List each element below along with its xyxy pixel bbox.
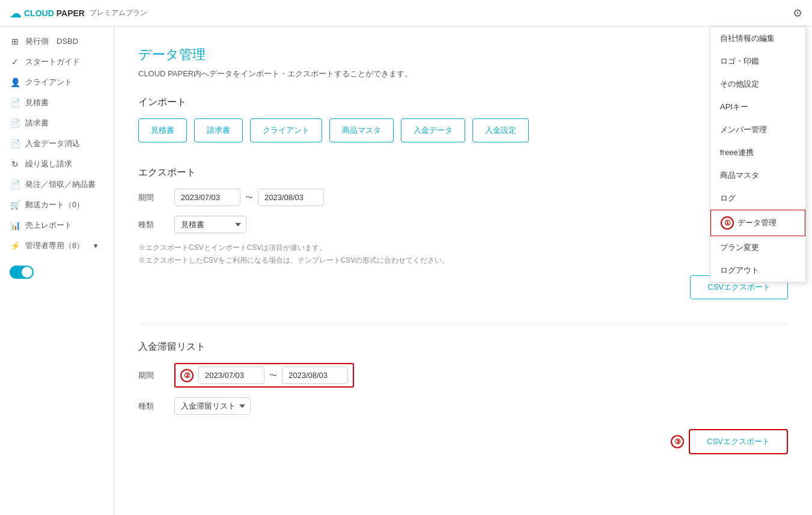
import-payment-data-button[interactable]: 入金データ <box>401 118 465 142</box>
import-payment-setting-button[interactable]: 入金設定 <box>472 118 529 142</box>
sidebar-item-start-guide[interactable]: ✓ スタートガイド <box>0 52 114 72</box>
pending-export-inner: ③ CSVエクスポート <box>671 429 788 454</box>
pending-type-row: 種類 入金滞留リスト <box>138 397 788 415</box>
sidebar-label-mail-cart: 郵送カート（0） <box>25 200 84 210</box>
section-divider <box>138 323 788 324</box>
doc-icon-delivery: 📄 <box>10 180 20 189</box>
export-date-to-input[interactable] <box>258 189 324 206</box>
sidebar-label-payment-clear: 入金データ消込 <box>25 138 80 149</box>
sidebar-item-estimate[interactable]: 📄 見積書 <box>0 93 114 113</box>
sidebar-label-delivery: 発注／領収／納品書 <box>25 179 96 190</box>
dropdown-item-data-mgmt[interactable]: ① データ管理 <box>710 210 805 236</box>
import-buttons-group: 見積書 請求書 クライアント 商品マスタ 入金データ 入金設定 <box>138 118 788 142</box>
export-csv-row: CSVエクスポート <box>138 275 788 299</box>
dropdown-item-company-edit[interactable]: 自社情報の編集 <box>710 27 805 50</box>
import-estimate-button[interactable]: 見積書 <box>138 118 187 142</box>
chart-icon: 📊 <box>10 221 20 230</box>
pending-period-row: 期間 ② 〜 <box>138 363 788 388</box>
doc-icon-invoice: 📄 <box>10 118 20 128</box>
data-mgmt-with-circle: ① データ管理 <box>721 216 777 230</box>
export-section: 期間 〜 種類 見積書 請求書 クライアント 商品マスタ 入金データ ※エク <box>138 189 788 299</box>
pending-csv-button[interactable]: CSVエクスポート <box>689 429 788 454</box>
pending-export-row: ③ CSVエクスポート <box>138 429 788 454</box>
page-description: CLOUD PAPER内へデータをインポート・エクスポートすることができます。 <box>138 69 788 79</box>
layout: ⊞ 発行側 DSBD ✓ スタートガイド 👤 クライアント 📄 見積書 📄 請求… <box>0 26 812 515</box>
dropdown-item-freee-link[interactable]: freee連携 <box>710 141 805 164</box>
settings-dropdown: 自社情報の編集 ロゴ・印鑑 その他設定 APIキー メンバー管理 freee連携… <box>710 26 806 282</box>
export-note-1: ※エクスポートCSVとインポートCSVは項目が違います。 <box>138 243 788 253</box>
export-notes: ※エクスポートCSVとインポートCSVは項目が違います。 ※エクスポートしたCS… <box>138 243 788 266</box>
dropdown-item-logout[interactable]: ログアウト <box>710 259 805 282</box>
doc-icon-payment-clear: 📄 <box>10 139 20 148</box>
page-title: データ管理 <box>138 46 788 64</box>
sidebar-item-sales-report[interactable]: 📊 売上レポート <box>0 215 114 236</box>
import-product-button[interactable]: 商品マスタ <box>329 118 394 142</box>
sidebar-label-client: クライアント <box>25 77 72 88</box>
check-icon: ✓ <box>10 57 20 67</box>
sidebar-item-payment-clear[interactable]: 📄 入金データ消込 <box>0 133 114 154</box>
chevron-down-icon: ▼ <box>90 242 101 249</box>
export-section-title: エクスポート <box>138 166 788 179</box>
toggle-switch[interactable] <box>10 266 34 279</box>
dropdown-item-logo-stamp[interactable]: ロゴ・印鑑 <box>710 50 805 73</box>
export-type-label: 種類 <box>138 219 174 230</box>
bolt-icon: ⚡ <box>10 241 20 251</box>
export-date-from-input[interactable] <box>174 189 240 206</box>
sidebar-item-recurring[interactable]: ↻ 繰り返し請求 <box>0 154 114 174</box>
sidebar-item-admin[interactable]: ⚡ 管理者専用（8） ▼ <box>0 236 114 256</box>
sidebar: ⊞ 発行側 DSBD ✓ スタートガイド 👤 クライアント 📄 見積書 📄 請求… <box>0 26 114 515</box>
sidebar-label-invoice: 請求書 <box>25 118 49 129</box>
cart-icon: 🛒 <box>10 200 20 210</box>
plan-badge: プレミアムプラン <box>90 8 147 18</box>
dropdown-item-plan-change[interactable]: プラン変更 <box>710 236 805 259</box>
sidebar-label-start-guide: スタートガイド <box>25 56 80 67</box>
dropdown-item-other-settings[interactable]: その他設定 <box>710 73 805 96</box>
pending-type-select[interactable]: 入金滞留リスト <box>174 397 251 415</box>
sidebar-toggle-area <box>0 261 114 284</box>
data-mgmt-label: データ管理 <box>737 218 777 228</box>
settings-gear-button[interactable]: ⚙ <box>793 7 802 20</box>
export-type-row: 種類 見積書 請求書 クライアント 商品マスタ 入金データ <box>138 216 788 233</box>
export-note-2: ※エクスポートしたCSVをご利用になる場合は、テンプレートCSVの形式に合わせて… <box>138 255 788 266</box>
circle-2-icon: ② <box>180 369 194 382</box>
dropdown-item-member-mgmt[interactable]: メンバー管理 <box>710 118 805 141</box>
pending-period-highlight: ② 〜 <box>174 363 354 388</box>
sidebar-label-recurring: 繰り返し請求 <box>25 159 72 169</box>
import-invoice-button[interactable]: 請求書 <box>194 118 243 142</box>
main-content: データ管理 CLOUD PAPER内へデータをインポート・エクスポートすることが… <box>114 26 812 515</box>
dropdown-item-product-master[interactable]: 商品マスタ <box>710 164 805 187</box>
cloud-icon: ☁ <box>10 6 22 20</box>
logo: ☁ CLOUD PAPER <box>10 6 85 20</box>
circle-3-icon: ③ <box>671 435 684 448</box>
pending-date-from-input[interactable] <box>198 367 264 384</box>
sidebar-label-sales-report: 売上レポート <box>25 220 72 231</box>
logo-paper-text: PAPER <box>56 8 85 18</box>
dropdown-item-log[interactable]: ログ <box>710 187 805 210</box>
sidebar-item-invoice[interactable]: 📄 請求書 <box>0 113 114 133</box>
header: ☁ CLOUD PAPER プレミアムプラン ⚙ <box>0 0 812 26</box>
pending-period-label: 期間 <box>138 370 174 381</box>
sidebar-label-estimate: 見積書 <box>25 97 49 108</box>
pending-date-to-input[interactable] <box>282 367 348 384</box>
sidebar-item-issuer[interactable]: ⊞ 発行側 DSBD <box>0 31 114 52</box>
recurring-icon: ↻ <box>10 159 20 169</box>
pending-date-separator: 〜 <box>269 370 277 381</box>
export-type-select[interactable]: 見積書 請求書 クライアント 商品マスタ 入金データ <box>174 216 246 233</box>
sidebar-item-mail-cart[interactable]: 🛒 郵送カート（0） <box>0 195 114 215</box>
grid-icon: ⊞ <box>10 37 20 46</box>
export-period-row: 期間 〜 <box>138 189 788 206</box>
header-left: ☁ CLOUD PAPER プレミアムプラン <box>10 6 147 20</box>
doc-icon-estimate: 📄 <box>10 98 20 108</box>
user-icon: 👤 <box>10 78 20 87</box>
export-date-range: 〜 <box>174 189 324 206</box>
import-client-button[interactable]: クライアント <box>250 118 322 142</box>
sidebar-item-delivery[interactable]: 📄 発注／領収／納品書 <box>0 174 114 195</box>
pending-type-label: 種類 <box>138 401 174 412</box>
logo-cloud-text: CLOUD <box>24 8 54 18</box>
pending-section-title: 入金滞留リスト <box>138 341 788 353</box>
sidebar-item-client[interactable]: 👤 クライアント <box>0 72 114 93</box>
sidebar-label-issuer: 発行側 DSBD <box>25 36 78 47</box>
dropdown-item-api-key[interactable]: APIキー <box>710 96 805 118</box>
pending-section: 入金滞留リスト 期間 ② 〜 種類 入金滞留リスト ③ CSVエ <box>138 341 788 454</box>
export-date-separator: 〜 <box>245 192 253 203</box>
